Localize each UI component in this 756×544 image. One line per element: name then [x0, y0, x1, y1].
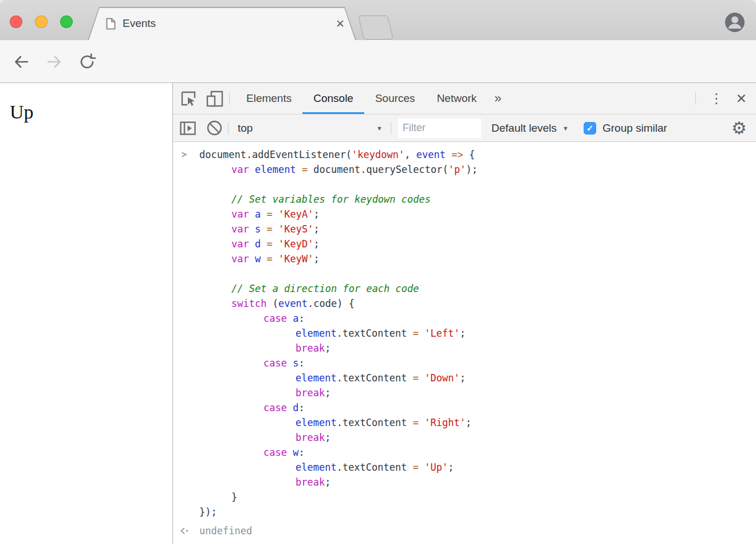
code-line: // Set variables for keydown codes	[199, 192, 756, 207]
clear-console-icon[interactable]	[207, 120, 222, 136]
divider	[695, 92, 696, 105]
chevron-down-icon: ▼	[376, 125, 383, 132]
devtools-tabbar: Elements Console Sources Network » ⋮ ✕	[173, 83, 756, 115]
reload-button[interactable]	[78, 53, 96, 71]
console-code-lines: document.addEventListener('keydown', eve…	[199, 147, 756, 519]
page-paragraph: Up	[0, 83, 172, 123]
code-line	[199, 266, 756, 281]
filter-input[interactable]	[398, 119, 481, 138]
console-prompt-icon: >	[182, 147, 199, 519]
check-icon: ✓	[586, 123, 594, 133]
browser-window: Events ✕ event-test-p.html	[0, 0, 756, 544]
tab-sources[interactable]: Sources	[364, 83, 426, 114]
result-value: undefined	[199, 523, 252, 538]
code-line: document.addEventListener('keydown', eve…	[199, 147, 756, 162]
code-line: break;	[199, 475, 756, 490]
code-line: switch (event.code) {	[199, 296, 756, 311]
code-line: case w:	[199, 445, 756, 460]
code-line: var d = 'KeyD';	[199, 236, 756, 251]
device-toolbar-icon[interactable]	[206, 90, 223, 107]
code-line: });	[199, 504, 756, 519]
code-line: var s = 'KeyS';	[199, 222, 756, 236]
code-line: case s:	[199, 356, 756, 370]
code-line: var w = 'KeyW';	[199, 251, 756, 266]
navigation-toolbar: event-test-p.html ⋮	[0, 40, 756, 83]
code-line: case a:	[199, 311, 756, 326]
code-line: element.textContent = 'Down';	[199, 370, 756, 385]
console-sidebar-icon[interactable]	[180, 121, 196, 135]
devtools-panel: Elements Console Sources Network » ⋮ ✕	[173, 83, 756, 544]
tab-close-icon[interactable]: ✕	[336, 17, 345, 30]
code-line: // Set a direction for each code	[199, 281, 756, 296]
tab-elements[interactable]: Elements	[235, 83, 302, 114]
tab-strip: Events ✕	[0, 0, 756, 40]
page-viewport: Up	[0, 83, 173, 544]
chevron-down-icon: ▼	[562, 125, 569, 132]
console-command: > document.addEventListener('keydown', e…	[173, 147, 756, 519]
page-icon	[106, 18, 116, 30]
tab-title: Events	[123, 17, 336, 30]
maximize-window-button[interactable]	[60, 15, 73, 28]
console-toolbar: top ▼ Default levels ▼ ✓ Group similar ⚙	[173, 115, 756, 142]
settings-gear-icon[interactable]: ⚙	[731, 120, 747, 137]
back-button[interactable]	[12, 53, 30, 71]
log-levels-dropdown[interactable]: Default levels ▼	[491, 122, 569, 135]
code-line	[199, 177, 756, 192]
code-line: element.textContent = 'Up';	[199, 460, 756, 475]
more-tabs-icon[interactable]: »	[487, 91, 508, 106]
code-line: break;	[199, 341, 756, 356]
code-line: element.textContent = 'Right';	[199, 415, 756, 430]
code-line: element.textContent = 'Left';	[199, 326, 756, 341]
code-line: var element = document.querySelector('p'…	[199, 162, 756, 177]
console-output[interactable]: > document.addEventListener('keydown', e…	[173, 142, 756, 544]
console-result-row: undefined	[173, 523, 756, 538]
profile-avatar-icon[interactable]	[724, 12, 745, 33]
context-selector[interactable]: top ▼	[238, 122, 383, 135]
devtools-menu-icon[interactable]: ⋮	[710, 90, 723, 107]
code-line: case d:	[199, 400, 756, 415]
result-arrow-icon	[180, 527, 190, 534]
inspect-element-icon[interactable]	[181, 91, 196, 107]
divider	[391, 122, 391, 135]
minimize-window-button[interactable]	[35, 15, 48, 28]
forward-button[interactable]	[45, 53, 64, 71]
devtools-close-icon[interactable]: ✕	[736, 91, 747, 107]
group-similar-checkbox[interactable]: ✓	[584, 122, 596, 135]
context-selector-value: top	[238, 122, 253, 135]
tab-console[interactable]: Console	[302, 83, 364, 114]
divider	[229, 92, 230, 105]
code-line: var a = 'KeyA';	[199, 207, 756, 222]
code-line: }	[199, 490, 756, 504]
log-levels-label: Default levels	[491, 122, 557, 135]
browser-tab[interactable]: Events ✕	[88, 7, 356, 40]
traffic-lights	[10, 15, 73, 28]
code-line: break;	[199, 430, 756, 445]
tab-network[interactable]: Network	[426, 83, 488, 114]
new-tab-button[interactable]	[358, 15, 393, 40]
code-line: break;	[199, 385, 756, 400]
divider	[228, 122, 229, 135]
close-window-button[interactable]	[10, 15, 22, 28]
group-similar-label[interactable]: Group similar	[603, 122, 667, 135]
